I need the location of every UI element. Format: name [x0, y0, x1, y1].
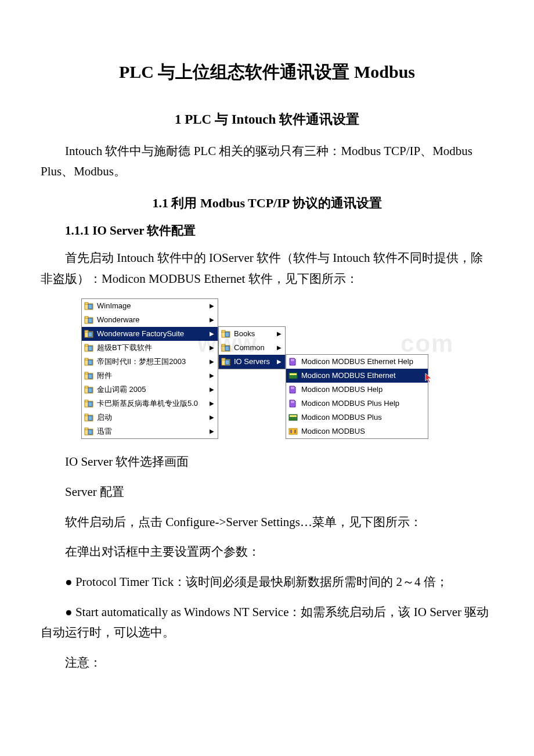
menu-column-3: Modicon MODBUS Ethernet Help Modicon MOD… [286, 354, 428, 439]
folder-icon [84, 413, 93, 422]
svg-rect-28 [85, 428, 88, 430]
menu-item-label: 帝国时代II：梦想王国2003 [97, 356, 186, 368]
section-1-1-1-heading: 1.1.1 IO Server 软件配置 [41, 221, 493, 241]
menu-item-accessories[interactable]: 附件 ▶ [82, 369, 218, 383]
paragraph-ioserver: 首先启动 Intouch 软件中的 IOServer 软件（软件与 Intouc… [41, 248, 493, 289]
folder-icon [84, 301, 93, 311]
svg-rect-8 [88, 332, 92, 337]
app-icon [288, 371, 298, 380]
svg-rect-11 [88, 346, 92, 351]
menu-item-label: Modicon MODBUS [301, 426, 365, 438]
paragraph-two-params: 在弹出对话框中主要设置两个参数： [41, 542, 493, 563]
svg-rect-20 [88, 388, 92, 393]
svg-rect-29 [88, 430, 92, 434]
help-book-icon [288, 399, 298, 408]
menu-item-label: 迅雷 [97, 426, 112, 438]
menu-item-modbus-plus[interactable]: Modicon MODBUS Plus [286, 411, 428, 424]
cursor-icon [425, 373, 433, 383]
help-book-icon [288, 385, 298, 394]
svg-rect-34 [222, 344, 225, 346]
page-title: PLC 与上位组态软件通讯设置 Modbus [41, 58, 493, 86]
svg-rect-38 [225, 360, 229, 365]
menu-item-label: Wonderware FactorySuite [97, 328, 184, 340]
menu-item-label: 启动 [97, 412, 112, 424]
menu-item-common[interactable]: Common ▶ [219, 341, 285, 355]
menu-column-2: Books ▶ Common ▶ IO Servers ▶ [218, 326, 286, 369]
chevron-right-icon: ▶ [210, 357, 214, 366]
caption-server-config: Server 配置 [41, 482, 493, 503]
menu-item-modbus-ethernet[interactable]: Modicon MODBUS Ethernet [286, 369, 428, 383]
menu-item-startup[interactable]: 启动 ▶ [82, 411, 218, 424]
chevron-right-icon: ▶ [210, 329, 214, 339]
svg-rect-31 [222, 330, 225, 332]
menu-item-modbus-help[interactable]: Modicon MODBUS Help [286, 383, 428, 397]
app-yellow-icon [288, 427, 298, 436]
svg-rect-5 [88, 318, 92, 323]
folder-icon [84, 315, 93, 325]
menu-screenshot: www com WinImage ▶ Wonderware ▶ Wonderwa… [81, 298, 453, 445]
menu-item-winimage[interactable]: WinImage ▶ [82, 299, 218, 313]
caption-ioserver: IO Server 软件选择画面 [41, 452, 493, 473]
menu-item-label: Wonderware [97, 314, 139, 326]
svg-rect-2 [88, 304, 92, 309]
svg-rect-37 [222, 358, 225, 360]
chevron-right-icon: ▶ [277, 329, 282, 339]
menu-item-kingsoft[interactable]: 金山词霸 2005 ▶ [82, 383, 218, 397]
menu-item-label: Modicon MODBUS Plus Help [301, 398, 399, 410]
menu-item-label: Modicon MODBUS Help [301, 384, 383, 396]
chevron-right-icon: ▶ [210, 399, 214, 408]
svg-rect-45 [294, 430, 296, 433]
svg-rect-7 [85, 330, 88, 332]
menu-item-modbus-plus-help[interactable]: Modicon MODBUS Plus Help [286, 397, 428, 411]
section-1-1-heading: 1.1 利用 Modbus TCP/IP 协议的通讯设置 [41, 193, 493, 213]
menu-item-wonderware[interactable]: Wonderware ▶ [82, 313, 218, 327]
chevron-right-icon: ▶ [210, 413, 214, 422]
svg-rect-13 [85, 358, 88, 360]
menu-column-1: WinImage ▶ Wonderware ▶ Wonderware Facto… [81, 298, 218, 439]
svg-rect-32 [225, 332, 229, 337]
chevron-right-icon: ▶ [210, 385, 214, 394]
menu-item-label: 金山词霸 2005 [97, 384, 146, 396]
folder-icon [84, 329, 93, 339]
menu-item-label: 超级BT下载软件 [97, 342, 152, 354]
svg-rect-10 [85, 344, 88, 346]
help-book-icon [288, 357, 298, 366]
chevron-right-icon: ▶ [210, 371, 214, 380]
chevron-right-icon: ▶ [210, 301, 214, 311]
folder-icon [221, 357, 230, 366]
menu-item-books[interactable]: Books ▶ [219, 327, 285, 341]
menu-item-label: WinImage [97, 300, 131, 312]
menu-item-xunlei[interactable]: 迅雷 ▶ [82, 424, 218, 438]
svg-rect-14 [88, 360, 92, 365]
menu-item-label: Common [234, 342, 265, 354]
bullet-timer-tick: ● Protocol Timer Tick：该时间必须是最快刷新数据所需时间的 … [41, 572, 493, 593]
chevron-right-icon: ▶ [210, 343, 214, 352]
menu-item-label: Modicon MODBUS Plus [301, 412, 382, 424]
svg-rect-25 [85, 414, 88, 416]
folder-icon [84, 357, 93, 366]
menu-item-io-servers[interactable]: IO Servers ▶ [219, 355, 285, 369]
folder-icon [221, 329, 230, 339]
folder-icon [84, 343, 93, 352]
menu-item-bt[interactable]: 超级BT下载软件 ▶ [82, 341, 218, 355]
menu-item-kaspersky[interactable]: 卡巴斯基反病毒单机专业版5.0 ▶ [82, 397, 218, 411]
menu-item-wonderware-factorysuite[interactable]: Wonderware FactorySuite ▶ [82, 327, 218, 341]
menu-item-label: Modicon MODBUS Ethernet [301, 370, 396, 382]
svg-rect-17 [88, 374, 92, 379]
svg-rect-22 [85, 400, 88, 402]
folder-icon [84, 399, 93, 408]
svg-rect-40 [290, 373, 297, 375]
svg-rect-4 [85, 316, 88, 318]
menu-item-empire[interactable]: 帝国时代II：梦想王国2003 ▶ [82, 355, 218, 369]
menu-item-modbus[interactable]: Modicon MODBUS [286, 424, 428, 438]
menu-item-modbus-ethernet-help[interactable]: Modicon MODBUS Ethernet Help [286, 355, 428, 369]
svg-rect-35 [225, 346, 229, 351]
folder-icon [221, 343, 230, 352]
menu-item-label: 附件 [97, 370, 112, 382]
folder-icon [84, 371, 93, 380]
paragraph-note: 注意： [41, 653, 493, 674]
section-1-heading: 1 PLC 与 Intouch 软件通讯设置 [41, 109, 493, 131]
svg-rect-16 [85, 372, 88, 374]
svg-rect-42 [290, 415, 297, 417]
folder-icon [84, 427, 93, 436]
